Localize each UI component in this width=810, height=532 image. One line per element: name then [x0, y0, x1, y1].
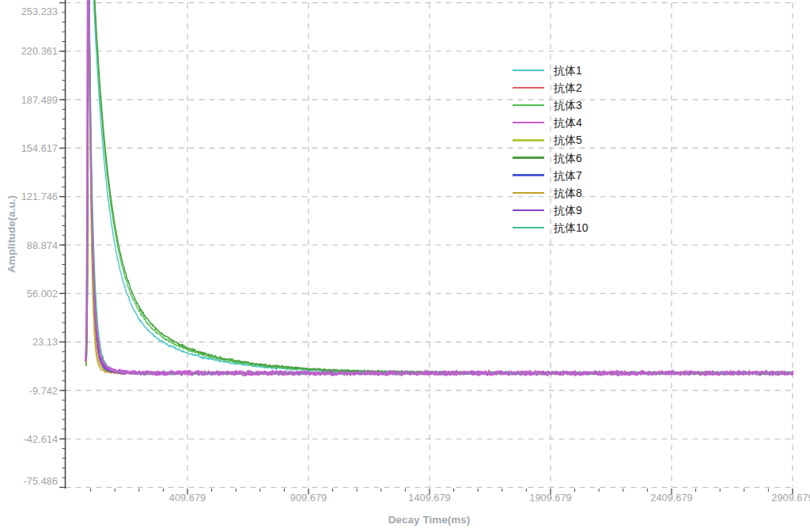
y-axis-title: Amplitude(a.u.)	[6, 195, 17, 273]
gridlines	[66, 3, 797, 488]
legend-item: 抗体7	[513, 167, 589, 184]
series-curves	[85, 0, 793, 375]
legend-label: 抗体3	[554, 100, 582, 111]
series-curve-2	[86, 0, 793, 375]
legend-item: 抗体6	[513, 149, 589, 166]
series-curve-8	[86, 0, 793, 375]
legend-item: 抗体4	[513, 114, 589, 131]
legend-item: 抗体3	[513, 96, 589, 114]
legend-item: 抗体9	[513, 202, 589, 219]
y-tick-label: 23.13	[32, 336, 58, 348]
legend-line-swatch	[513, 157, 544, 158]
series-curve-5	[86, 0, 793, 375]
series-curve-6	[86, 0, 793, 375]
x-tick-label: 909.679	[290, 492, 327, 504]
decay-curve-chart: 253.233220.361187.489154.617121.74688.87…	[0, 0, 810, 532]
y-tick-label: -9.742	[29, 385, 58, 397]
legend-label: 抗体5	[554, 134, 582, 145]
series-curve-1	[86, 0, 793, 375]
legend-line-swatch	[513, 174, 544, 175]
legend-label: 抗体6	[554, 153, 582, 164]
legend-line-swatch	[513, 122, 544, 123]
legend-label: 抗体4	[554, 117, 582, 128]
legend-label: 抗体10	[554, 222, 589, 233]
legend-label: 抗体2	[554, 82, 582, 93]
legend-item: 抗体1	[513, 62, 589, 79]
legend-item: 抗体8	[513, 184, 589, 202]
legend-line-swatch	[513, 87, 544, 89]
series-curve-4-overlay	[85, 0, 793, 375]
x-axis-title: Decay Time(ms)	[65, 514, 793, 526]
y-tick-label: 56.002	[27, 288, 58, 300]
plot-area[interactable]: 253.233220.361187.489154.617121.74688.87…	[0, 0, 810, 532]
legend-label: 抗体7	[554, 170, 582, 181]
legend-line-swatch	[513, 192, 544, 194]
x-tick-label: 409.679	[169, 492, 206, 504]
x-tick-label: 2409.679	[650, 492, 692, 504]
series-curve-4	[85, 0, 793, 375]
legend-line-swatch	[513, 227, 544, 228]
x-tick-label: 1909.679	[529, 492, 571, 504]
legend-label: 抗体1	[554, 65, 582, 76]
y-tick-label: -42.614	[24, 433, 58, 445]
series-curve-3	[86, 0, 793, 375]
axis-ticks	[59, 3, 793, 495]
x-tick-label: 2909.679	[771, 492, 810, 504]
y-tick-label: 121.746	[21, 191, 58, 202]
legend-label: 抗体8	[554, 187, 582, 198]
legend-line-swatch	[513, 104, 544, 106]
legend-item: 抗体10	[513, 219, 589, 236]
tick-labels: 253.233220.361187.489154.617121.74688.87…	[21, 6, 810, 504]
legend-item: 抗体2	[513, 79, 589, 96]
y-tick-label: 220.361	[21, 45, 58, 57]
series-curve-10	[86, 0, 793, 375]
legend-line-swatch	[513, 70, 544, 71]
series-curve-9	[86, 0, 793, 375]
legend: 抗体1抗体2抗体3抗体4抗体5抗体6抗体7抗体8抗体9抗体10	[513, 62, 589, 236]
legend-label: 抗体9	[554, 205, 582, 216]
x-tick-label: 1409.679	[408, 492, 450, 504]
y-tick-label: -75.486	[24, 475, 58, 487]
y-tick-label: 253.233	[21, 6, 58, 17]
y-tick-label: 88.874	[27, 240, 58, 251]
legend-line-swatch	[513, 139, 544, 141]
y-tick-label: 154.617	[21, 142, 58, 154]
y-tick-label: 187.489	[21, 94, 58, 106]
legend-line-swatch	[513, 209, 544, 211]
series-curve-7	[86, 0, 793, 375]
legend-item: 抗体5	[513, 131, 589, 149]
